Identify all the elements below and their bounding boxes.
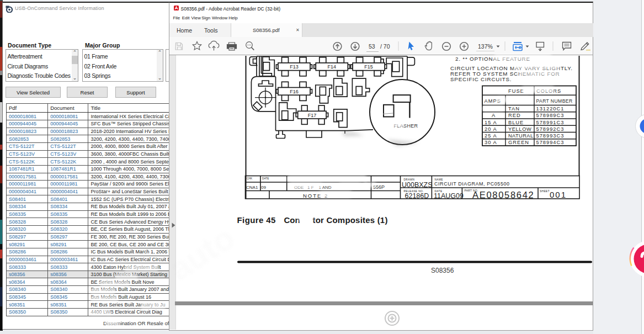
svg-text:GREEN: GREEN xyxy=(508,140,529,145)
svg-text:tor Composites (1): tor Composites (1) xyxy=(313,215,388,225)
svg-text:15 A: 15 A xyxy=(485,120,497,125)
svg-text:09: 09 xyxy=(261,185,266,190)
svg-text:Con: Con xyxy=(284,215,300,225)
svg-text:578993C3: 578993C3 xyxy=(536,133,565,139)
svg-text:S08356: S08356 xyxy=(431,267,454,274)
svg-text:F17: F17 xyxy=(308,113,317,118)
svg-text:578994C3: 578994C3 xyxy=(536,140,565,145)
svg-text:SHEET: SHEET xyxy=(540,190,550,193)
svg-text:F13: F13 xyxy=(290,64,299,70)
svg-text:578991C3: 578991C3 xyxy=(536,120,565,125)
svg-text:SPECIFIC CIRCUITS.: SPECIFIC CIRCUITS. xyxy=(450,76,512,82)
svg-text:Figure 45: Figure 45 xyxy=(237,215,276,225)
svg-text:11AUG09: 11AUG09 xyxy=(434,192,464,200)
svg-text:578989C3: 578989C3 xyxy=(536,113,565,118)
svg-text:137%: 137% xyxy=(478,43,493,50)
svg-text:30 A: 30 A xyxy=(485,140,497,145)
svg-text:YELLOW: YELLOW xyxy=(508,126,531,132)
svg-text:25 A: 25 A xyxy=(485,133,497,139)
svg-text:PART NUMBER: PART NUMBER xyxy=(536,98,573,104)
svg-text:TAN: TAN xyxy=(508,106,520,112)
svg-text:001: 001 xyxy=(550,190,567,199)
svg-text:U00BXZS: U00BXZS xyxy=(402,181,433,189)
svg-text:F14: F14 xyxy=(328,64,337,70)
svg-text:F16: F16 xyxy=(290,89,299,94)
svg-text:BLUE: BLUE xyxy=(508,120,524,125)
svg-text:131220C1: 131220C1 xyxy=(536,106,565,112)
svg-text:CHK: CHK xyxy=(247,177,253,180)
svg-text:AE08058642: AE08058642 xyxy=(472,190,534,200)
svg-text:A: A xyxy=(492,113,496,118)
svg-text:NAME: NAME xyxy=(435,178,443,181)
svg-text:/ 70: / 70 xyxy=(380,43,390,50)
svg-text:53: 53 xyxy=(369,43,375,50)
svg-text:auto: auto xyxy=(162,219,241,288)
svg-text:CNA1: CNA1 xyxy=(246,185,258,190)
svg-text:RED: RED xyxy=(508,113,521,118)
svg-text:578992C3: 578992C3 xyxy=(536,126,565,132)
svg-text:DATE: DATE xyxy=(262,177,269,180)
svg-text:62186D: 62186D xyxy=(405,192,429,200)
svg-text:F15: F15 xyxy=(364,64,373,70)
svg-text:NATURAL: NATURAL xyxy=(508,133,534,139)
svg-text:20 A: 20 A xyxy=(485,126,497,132)
svg-text:CIRCUIT DIAGRAM, PC05500: CIRCUIT DIAGRAM, PC05500 xyxy=(434,181,510,187)
